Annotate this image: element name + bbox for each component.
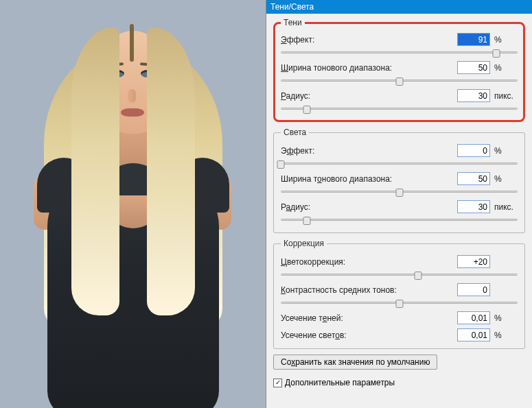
highlights-amount-unit: % bbox=[494, 146, 518, 156]
clip-light-input[interactable] bbox=[457, 328, 490, 341]
clip-shadow-label: Усечение теней: bbox=[281, 313, 453, 323]
shadows-tonal-input[interactable] bbox=[457, 61, 490, 74]
shadows-tonal-label: Ширина тонового диапазона: bbox=[281, 63, 453, 73]
shadows-amount-label: Эффект: bbox=[281, 35, 453, 45]
highlights-tonal-slider[interactable] bbox=[281, 188, 518, 196]
shadows-radius-label: Радиус: bbox=[281, 91, 453, 101]
highlights-radius-input[interactable] bbox=[457, 200, 490, 213]
highlights-amount-slider[interactable] bbox=[281, 160, 518, 168]
midtone-slider[interactable] bbox=[281, 299, 518, 307]
highlights-radius-slider[interactable] bbox=[281, 216, 518, 224]
shadows-radius-input[interactable] bbox=[457, 89, 490, 102]
highlights-tonal-label: Ширина тонового диапазона: bbox=[281, 174, 453, 184]
image-canvas bbox=[0, 0, 266, 408]
shadows-amount-slider[interactable] bbox=[281, 49, 518, 57]
shadows-amount-input[interactable] bbox=[457, 33, 490, 46]
highlights-radius-unit: пикс. bbox=[494, 202, 518, 212]
adjustments-group: Коррекция Цветокоррекция: Контрастность … bbox=[273, 239, 525, 349]
shadows-group: Тени Эффект: % Ширина тонового диапазона… bbox=[273, 18, 525, 122]
highlights-amount-input[interactable] bbox=[457, 144, 490, 157]
clip-shadow-unit: % bbox=[494, 313, 518, 323]
colorcorrect-slider[interactable] bbox=[281, 271, 518, 279]
clip-light-unit: % bbox=[494, 331, 518, 340]
highlights-radius-label: Радиус: bbox=[281, 202, 453, 212]
highlights-legend: Света bbox=[281, 128, 309, 137]
highlights-tonal-unit: % bbox=[494, 174, 518, 184]
colorcorrect-label: Цветокоррекция: bbox=[281, 257, 453, 267]
midtone-label: Контрастность средних тонов: bbox=[281, 285, 453, 295]
highlights-amount-label: Эффект: bbox=[281, 146, 453, 156]
more-options-label[interactable]: Дополнительные параметры bbox=[285, 378, 395, 387]
save-defaults-button[interactable]: Сохранить как значения по умолчанию bbox=[273, 355, 437, 370]
highlights-tonal-input[interactable] bbox=[457, 172, 490, 185]
adjustments-legend: Коррекция bbox=[281, 239, 327, 248]
shadows-legend: Тени bbox=[281, 18, 305, 27]
colorcorrect-input[interactable] bbox=[457, 255, 490, 268]
photo-preview bbox=[16, 0, 250, 408]
dialog-title: Тени/Света bbox=[266, 0, 532, 14]
clip-shadow-input[interactable] bbox=[457, 311, 490, 324]
shadows-amount-unit: % bbox=[494, 35, 518, 45]
midtone-input[interactable] bbox=[457, 283, 490, 296]
shadows-tonal-slider[interactable] bbox=[281, 77, 518, 85]
clip-light-label: Усечение светов: bbox=[281, 331, 453, 340]
shadows-highlights-dialog: Тени/Света Тени Эффект: % Ширина тоновог… bbox=[266, 0, 532, 408]
shadows-radius-unit: пикс. bbox=[494, 91, 518, 101]
more-options-checkbox[interactable] bbox=[273, 379, 282, 387]
shadows-radius-slider[interactable] bbox=[281, 105, 518, 113]
shadows-tonal-unit: % bbox=[494, 63, 518, 73]
highlights-group: Света Эффект: % Ширина тонового диапазон… bbox=[273, 128, 525, 233]
